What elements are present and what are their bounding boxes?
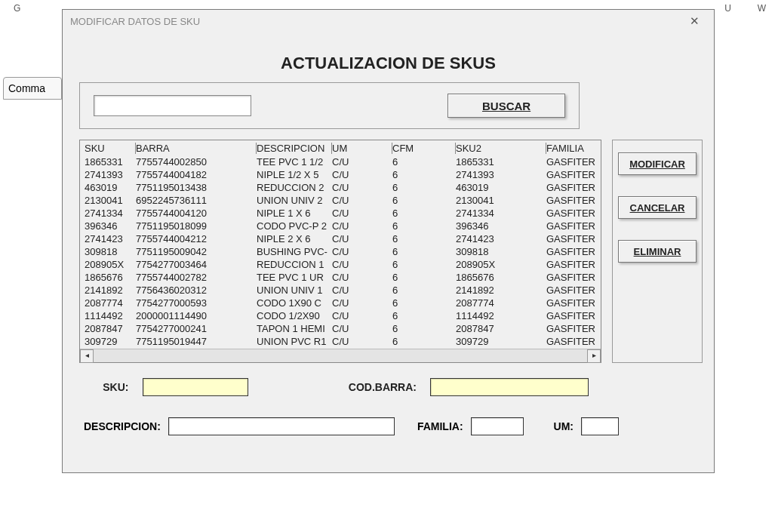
col-barra[interactable]: BARRA [136,143,257,154]
cell-fam: GASFITER [546,182,599,193]
cell-barra: 7755744002782 [136,272,257,283]
cell-sku: 1865676 [85,272,136,283]
grid-header: SKU BARRA DESCRIPCION UM CFM SKU2 FAMILI… [80,140,601,155]
eliminar-button[interactable]: ELIMINAR [618,240,697,263]
um-label: UM: [554,420,574,432]
buscar-button[interactable]: BUSCAR [447,94,565,118]
table-row[interactable]: 3097297751195019447UNION PVC R1C/U630972… [80,335,601,348]
codbarra-field[interactable] [430,378,589,396]
cell-fam: GASFITER [546,336,599,347]
cell-um: C/U [332,259,392,270]
codbarra-label: COD.BARRA: [330,381,417,393]
table-row[interactable]: 3098187751195009042BUSHING PVC-C/U630981… [80,245,601,258]
col-familia[interactable]: FAMILIA [546,143,599,154]
col-sku[interactable]: SKU [85,143,136,154]
table-row[interactable]: 4630197751195013438REDUCCION 2C/U6463019… [80,181,601,194]
cell-sku: 2087847 [85,323,136,334]
cell-um: C/U [332,297,392,309]
cell-um: C/U [332,208,392,219]
cell-um: C/U [332,220,392,232]
cell-cfm: 6 [392,233,456,244]
cell-sku: 2741423 [85,233,136,244]
cell-cfm: 6 [392,297,456,309]
modificar-button[interactable]: MODIFICAR [618,152,697,175]
cell-barra: 7751195013438 [136,182,257,193]
sku-field[interactable] [143,378,248,396]
scroll-left-icon[interactable]: ◂ [80,349,94,363]
cell-um: C/U [332,310,392,321]
cell-barra: 2000001114490 [136,310,257,321]
cell-sku: 208905X [85,259,136,270]
cell-cfm: 6 [392,336,456,347]
cell-desc: UNION UNIV 1 [257,284,332,296]
horizontal-scrollbar[interactable]: ◂ ▸ [80,349,601,362]
cell-sku2: 2087847 [456,323,546,334]
table-row[interactable]: 208905X7754277003464REDUCCION 1C/U620890… [80,258,601,271]
table-row[interactable]: 20877747754277000593CODO 1X90 CC/U620877… [80,297,601,309]
table-row[interactable]: 21418927756436020312UNION UNIV 1C/U62141… [80,284,601,297]
cell-sku2: 1865331 [456,156,546,168]
cell-sku: 1114492 [85,310,136,321]
cell-fam: GASFITER [546,220,599,232]
table-row[interactable]: 21300416952245736111UNION UNIV 2C/U62130… [80,194,601,207]
table-row[interactable]: 11144922000001114490CODO 1/2X90C/U611144… [80,309,601,322]
cell-sku: 309729 [85,336,136,347]
col-um[interactable]: UM [332,143,392,154]
familia-field[interactable] [471,417,524,435]
um-field[interactable] [581,417,619,435]
dialog-content: ACTUALIZACION DE SKUS BUSCAR SKU BARRA D… [63,32,714,472]
cell-sku: 463019 [85,182,136,193]
table-row[interactable]: 27413347755744004120NIPLE 1 X 6C/U627413… [80,207,601,220]
table-row[interactable]: 18653317755744002850TEE PVC 1 1/2C/U6186… [80,155,601,168]
cell-um: C/U [332,195,392,206]
dialog-window: MODIFICAR DATOS DE SKU ✕ ACTUALIZACION D… [62,9,715,473]
col-cfm[interactable]: CFM [392,143,456,154]
cancelar-button[interactable]: CANCELAR [618,196,697,219]
titlebar: MODIFICAR DATOS DE SKU ✕ [63,10,714,32]
cell-sku2: 2087774 [456,297,546,309]
cell-cfm: 6 [392,208,456,219]
cell-cfm: 6 [392,272,456,283]
table-row[interactable]: 27413937755744004182NIPLE 1/2 X 5C/U6274… [80,168,601,181]
cell-barra: 7751195009042 [136,246,257,257]
cell-um: C/U [332,246,392,257]
fields-row1: SKU: COD.BARRA: [84,378,589,396]
cell-sku: 2741334 [85,208,136,219]
cell-desc: NIPLE 1 X 6 [257,208,332,219]
table-row[interactable]: 3963467751195018099CODO PVC-P 2C/U639634… [80,220,601,232]
cell-desc: CODO 1/2X90 [257,310,332,321]
cell-sku: 2141892 [85,284,136,296]
background-button[interactable]: Comma [3,77,62,100]
descripcion-field[interactable] [168,417,395,435]
cell-cfm: 6 [392,195,456,206]
cell-barra: 7755744004120 [136,208,257,219]
cell-sku2: 2130041 [456,195,546,206]
cell-desc: CODO PVC-P 2 [257,220,332,232]
scroll-right-icon[interactable]: ▸ [587,349,601,363]
table-row[interactable]: 27414237755744004212NIPLE 2 X 6C/U627414… [80,232,601,245]
cell-desc: TEE PVC 1 UR [257,272,332,283]
cell-fam: GASFITER [546,169,599,180]
sku-grid[interactable]: SKU BARRA DESCRIPCION UM CFM SKU2 FAMILI… [79,140,601,363]
cell-barra: 7754277000241 [136,323,257,334]
cell-sku: 1865331 [85,156,136,168]
col-header-u: U [724,3,731,14]
cell-cfm: 6 [392,156,456,168]
cell-sku2: 2141892 [456,284,546,296]
col-desc[interactable]: DESCRIPCION [257,143,332,154]
cell-barra: 7754277000593 [136,297,257,309]
cell-sku2: 1114492 [456,310,546,321]
close-icon[interactable]: ✕ [679,12,709,30]
cell-um: C/U [332,323,392,334]
cell-fam: GASFITER [546,156,599,168]
cell-um: C/U [332,272,392,283]
search-input[interactable] [94,95,251,116]
cell-fam: GASFITER [546,246,599,257]
table-row[interactable]: 18656767755744002782TEE PVC 1 URC/U61865… [80,271,601,284]
cell-barra: 7754277003464 [136,259,257,270]
cell-cfm: 6 [392,246,456,257]
col-sku2[interactable]: SKU2 [456,143,546,154]
cell-fam: GASFITER [546,323,599,334]
table-row[interactable]: 20878477754277000241TAPON 1 HEMIC/U62087… [80,322,601,335]
cell-fam: GASFITER [546,233,599,244]
